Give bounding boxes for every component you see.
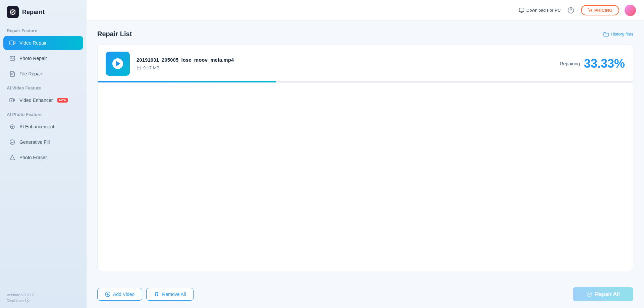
footer: Add Video Remove All Repair All — [87, 281, 644, 308]
download-for-pc-button[interactable]: Download For PC — [519, 8, 561, 13]
disclaimer-row[interactable]: Disclaimer i — [7, 298, 80, 303]
content-header: Repair List History files — [97, 30, 633, 38]
repair-all-button[interactable]: Repair All — [573, 287, 633, 301]
sidebar-footer: Version: V3.0.12 Disclaimer i — [0, 293, 87, 303]
file-info: 20191031_205005_lose_moov_meta.mp4 9.17 … — [137, 57, 560, 70]
video-enhancer-label: Video Enhancer — [19, 98, 53, 103]
generative-fill-label: Generative Fill — [19, 139, 50, 145]
folder-icon — [603, 32, 609, 37]
file-repair-icon — [9, 70, 16, 77]
progress-bar-fill — [98, 81, 276, 82]
app-name: Repairit — [22, 9, 45, 16]
sidebar-item-photo-eraser[interactable]: Photo Eraser — [3, 150, 83, 165]
file-name: 20191031_205005_lose_moov_meta.mp4 — [137, 57, 560, 63]
add-video-label: Add Video — [113, 292, 135, 297]
progress-bar-container — [98, 81, 633, 82]
repair-status: Repairing 33.33% — [560, 57, 625, 71]
ai-enhancement-label: AI Enhancement — [19, 124, 54, 129]
main-content: Download For PC PRICING Repair List — [87, 0, 644, 308]
repair-all-label: Repair All — [595, 291, 620, 297]
sidebar-item-video-enhancer[interactable]: Video Enhancer NEW — [3, 93, 83, 107]
user-avatar[interactable] — [625, 5, 636, 16]
app-logo-icon — [7, 6, 19, 18]
pricing-label: PRICING — [594, 8, 612, 13]
sidebar-item-generative-fill[interactable]: Generative Fill — [3, 135, 83, 149]
repair-feature-label: Repair Feature — [0, 24, 87, 35]
ai-video-feature-label: AI Video Feature — [0, 81, 87, 93]
video-repair-label: Video Repair — [19, 40, 47, 46]
file-size-row: 9.17 MB — [137, 65, 560, 70]
repair-all-icon — [586, 291, 592, 297]
sidebar: Repairit Repair Feature Video Repair Pho… — [0, 0, 87, 308]
new-badge: NEW — [57, 98, 68, 103]
remove-all-icon — [154, 292, 159, 297]
page-title: Repair List — [97, 30, 132, 38]
photo-repair-icon — [9, 55, 16, 62]
svg-text:i: i — [27, 300, 28, 302]
repair-percent: 33.33% — [584, 57, 625, 71]
repair-item: 20191031_205005_lose_moov_meta.mp4 9.17 … — [98, 45, 633, 83]
add-video-button[interactable]: Add Video — [97, 288, 142, 301]
history-files-label: History files — [611, 32, 633, 37]
history-files-button[interactable]: History files — [603, 32, 633, 37]
file-size: 9.17 MB — [143, 65, 159, 70]
generative-fill-icon — [9, 138, 16, 146]
repairing-label: Repairing — [560, 61, 580, 66]
cart-icon — [588, 8, 592, 13]
monitor-icon — [519, 8, 524, 13]
video-repair-icon — [9, 39, 16, 47]
photo-eraser-label: Photo Eraser — [19, 155, 47, 160]
video-thumbnail — [106, 52, 130, 76]
ai-enhancement-icon — [9, 123, 16, 130]
add-video-icon — [105, 292, 110, 297]
svg-point-17 — [589, 11, 590, 12]
photo-eraser-icon — [9, 154, 16, 161]
svg-rect-14 — [519, 8, 524, 12]
logo-area: Repairit — [0, 0, 87, 24]
info-icon: i — [25, 298, 30, 303]
play-triangle — [116, 61, 120, 66]
play-icon — [112, 58, 123, 69]
sidebar-item-video-repair[interactable]: Video Repair — [3, 36, 83, 50]
svg-point-16 — [571, 11, 571, 12]
file-size-icon — [137, 66, 141, 70]
photo-repair-label: Photo Repair — [19, 56, 47, 61]
svg-rect-2 — [10, 41, 14, 45]
sidebar-item-file-repair[interactable]: File Repair — [3, 67, 83, 81]
svg-rect-3 — [10, 56, 15, 60]
version-text: Version: V3.0.12 — [7, 293, 80, 297]
help-icon[interactable] — [566, 6, 576, 15]
sidebar-item-photo-repair[interactable]: Photo Repair — [3, 51, 83, 65]
remove-all-label: Remove All — [162, 292, 186, 297]
ai-photo-feature-label: AI Photo Feature — [0, 108, 87, 119]
repair-list: 20191031_205005_lose_moov_meta.mp4 9.17 … — [97, 45, 633, 271]
svg-point-18 — [591, 11, 592, 12]
disclaimer-label: Disclaimer — [7, 299, 24, 303]
header: Download For PC PRICING — [87, 0, 644, 21]
sidebar-item-ai-enhancement[interactable]: AI Enhancement — [3, 120, 83, 134]
remove-all-button[interactable]: Remove All — [146, 288, 194, 301]
footer-left: Add Video Remove All — [97, 288, 194, 301]
pricing-button[interactable]: PRICING — [581, 5, 619, 15]
download-label: Download For PC — [526, 8, 561, 13]
svg-marker-11 — [10, 155, 15, 160]
content-area: Repair List History files 20191031_20500… — [87, 21, 644, 281]
video-enhancer-icon — [9, 97, 16, 104]
file-repair-label: File Repair — [19, 71, 42, 76]
